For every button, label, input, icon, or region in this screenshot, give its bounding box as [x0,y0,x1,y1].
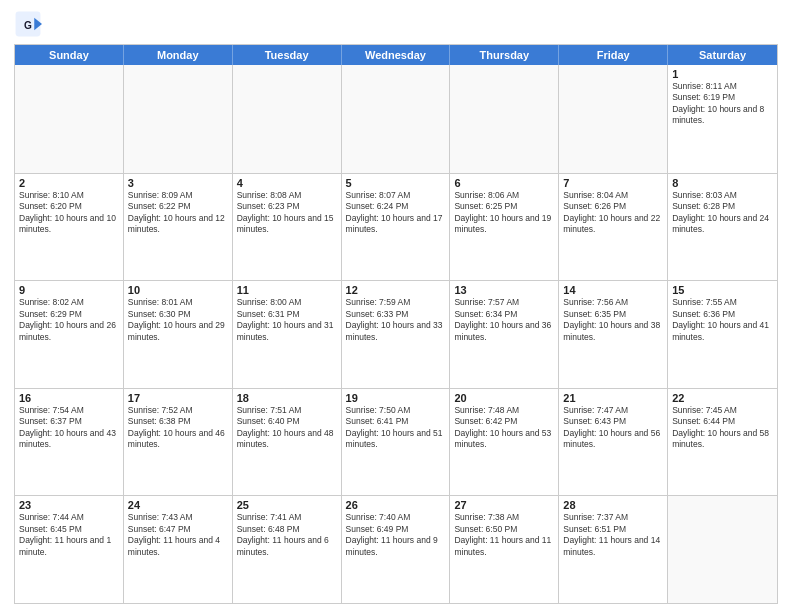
calendar-cell: 18Sunrise: 7:51 AM Sunset: 6:40 PM Dayli… [233,389,342,496]
calendar: SundayMondayTuesdayWednesdayThursdayFrid… [14,44,778,604]
calendar-week: 2Sunrise: 8:10 AM Sunset: 6:20 PM Daylig… [15,173,777,281]
calendar-header-cell: Monday [124,45,233,65]
day-number: 19 [346,392,446,404]
cell-info: Sunrise: 7:40 AM Sunset: 6:49 PM Dayligh… [346,512,446,558]
calendar-cell: 1Sunrise: 8:11 AM Sunset: 6:19 PM Daylig… [668,65,777,173]
calendar-header-cell: Tuesday [233,45,342,65]
calendar-cell [342,65,451,173]
day-number: 24 [128,499,228,511]
calendar-cell [559,65,668,173]
cell-info: Sunrise: 8:09 AM Sunset: 6:22 PM Dayligh… [128,190,228,236]
day-number: 14 [563,284,663,296]
day-number: 16 [19,392,119,404]
calendar-cell: 25Sunrise: 7:41 AM Sunset: 6:48 PM Dayli… [233,496,342,603]
cell-info: Sunrise: 8:01 AM Sunset: 6:30 PM Dayligh… [128,297,228,343]
calendar-cell: 11Sunrise: 8:00 AM Sunset: 6:31 PM Dayli… [233,281,342,388]
cell-info: Sunrise: 7:51 AM Sunset: 6:40 PM Dayligh… [237,405,337,451]
calendar-cell: 7Sunrise: 8:04 AM Sunset: 6:26 PM Daylig… [559,174,668,281]
calendar-cell: 19Sunrise: 7:50 AM Sunset: 6:41 PM Dayli… [342,389,451,496]
calendar-week: 23Sunrise: 7:44 AM Sunset: 6:45 PM Dayli… [15,495,777,603]
day-number: 18 [237,392,337,404]
cell-info: Sunrise: 7:57 AM Sunset: 6:34 PM Dayligh… [454,297,554,343]
cell-info: Sunrise: 7:50 AM Sunset: 6:41 PM Dayligh… [346,405,446,451]
cell-info: Sunrise: 7:48 AM Sunset: 6:42 PM Dayligh… [454,405,554,451]
calendar-week: 1Sunrise: 8:11 AM Sunset: 6:19 PM Daylig… [15,65,777,173]
calendar-header-cell: Thursday [450,45,559,65]
day-number: 26 [346,499,446,511]
calendar-cell: 14Sunrise: 7:56 AM Sunset: 6:35 PM Dayli… [559,281,668,388]
day-number: 21 [563,392,663,404]
cell-info: Sunrise: 8:10 AM Sunset: 6:20 PM Dayligh… [19,190,119,236]
cell-info: Sunrise: 8:06 AM Sunset: 6:25 PM Dayligh… [454,190,554,236]
cell-info: Sunrise: 8:07 AM Sunset: 6:24 PM Dayligh… [346,190,446,236]
page: G SundayMondayTuesdayWednesdayThursdayFr… [0,0,792,612]
cell-info: Sunrise: 7:41 AM Sunset: 6:48 PM Dayligh… [237,512,337,558]
calendar-cell [450,65,559,173]
cell-info: Sunrise: 7:52 AM Sunset: 6:38 PM Dayligh… [128,405,228,451]
day-number: 12 [346,284,446,296]
calendar-header-cell: Friday [559,45,668,65]
day-number: 23 [19,499,119,511]
cell-info: Sunrise: 8:00 AM Sunset: 6:31 PM Dayligh… [237,297,337,343]
calendar-cell: 20Sunrise: 7:48 AM Sunset: 6:42 PM Dayli… [450,389,559,496]
cell-info: Sunrise: 7:56 AM Sunset: 6:35 PM Dayligh… [563,297,663,343]
cell-info: Sunrise: 8:04 AM Sunset: 6:26 PM Dayligh… [563,190,663,236]
calendar-cell: 5Sunrise: 8:07 AM Sunset: 6:24 PM Daylig… [342,174,451,281]
day-number: 17 [128,392,228,404]
day-number: 13 [454,284,554,296]
calendar-header-cell: Sunday [15,45,124,65]
calendar-cell: 17Sunrise: 7:52 AM Sunset: 6:38 PM Dayli… [124,389,233,496]
logo-icon: G [14,10,42,38]
calendar-cell: 12Sunrise: 7:59 AM Sunset: 6:33 PM Dayli… [342,281,451,388]
calendar-cell: 22Sunrise: 7:45 AM Sunset: 6:44 PM Dayli… [668,389,777,496]
calendar-cell: 3Sunrise: 8:09 AM Sunset: 6:22 PM Daylig… [124,174,233,281]
calendar-cell: 8Sunrise: 8:03 AM Sunset: 6:28 PM Daylig… [668,174,777,281]
cell-info: Sunrise: 7:37 AM Sunset: 6:51 PM Dayligh… [563,512,663,558]
day-number: 10 [128,284,228,296]
calendar-cell [15,65,124,173]
day-number: 5 [346,177,446,189]
day-number: 2 [19,177,119,189]
cell-info: Sunrise: 7:45 AM Sunset: 6:44 PM Dayligh… [672,405,773,451]
calendar-cell: 16Sunrise: 7:54 AM Sunset: 6:37 PM Dayli… [15,389,124,496]
calendar-cell: 24Sunrise: 7:43 AM Sunset: 6:47 PM Dayli… [124,496,233,603]
cell-info: Sunrise: 7:47 AM Sunset: 6:43 PM Dayligh… [563,405,663,451]
calendar-cell: 4Sunrise: 8:08 AM Sunset: 6:23 PM Daylig… [233,174,342,281]
day-number: 15 [672,284,773,296]
cell-info: Sunrise: 7:38 AM Sunset: 6:50 PM Dayligh… [454,512,554,558]
day-number: 3 [128,177,228,189]
cell-info: Sunrise: 7:44 AM Sunset: 6:45 PM Dayligh… [19,512,119,558]
calendar-header-cell: Saturday [668,45,777,65]
calendar-cell: 2Sunrise: 8:10 AM Sunset: 6:20 PM Daylig… [15,174,124,281]
calendar-cell [124,65,233,173]
calendar-cell: 21Sunrise: 7:47 AM Sunset: 6:43 PM Dayli… [559,389,668,496]
day-number: 9 [19,284,119,296]
svg-text:G: G [24,20,32,31]
calendar-week: 16Sunrise: 7:54 AM Sunset: 6:37 PM Dayli… [15,388,777,496]
day-number: 27 [454,499,554,511]
calendar-header-row: SundayMondayTuesdayWednesdayThursdayFrid… [15,45,777,65]
cell-info: Sunrise: 7:55 AM Sunset: 6:36 PM Dayligh… [672,297,773,343]
cell-info: Sunrise: 7:54 AM Sunset: 6:37 PM Dayligh… [19,405,119,451]
calendar-cell [668,496,777,603]
cell-info: Sunrise: 8:08 AM Sunset: 6:23 PM Dayligh… [237,190,337,236]
calendar-week: 9Sunrise: 8:02 AM Sunset: 6:29 PM Daylig… [15,280,777,388]
day-number: 20 [454,392,554,404]
calendar-cell: 9Sunrise: 8:02 AM Sunset: 6:29 PM Daylig… [15,281,124,388]
header: G [14,10,778,38]
calendar-body: 1Sunrise: 8:11 AM Sunset: 6:19 PM Daylig… [15,65,777,603]
calendar-header-cell: Wednesday [342,45,451,65]
calendar-cell: 10Sunrise: 8:01 AM Sunset: 6:30 PM Dayli… [124,281,233,388]
day-number: 8 [672,177,773,189]
cell-info: Sunrise: 8:02 AM Sunset: 6:29 PM Dayligh… [19,297,119,343]
day-number: 25 [237,499,337,511]
calendar-cell: 26Sunrise: 7:40 AM Sunset: 6:49 PM Dayli… [342,496,451,603]
cell-info: Sunrise: 7:59 AM Sunset: 6:33 PM Dayligh… [346,297,446,343]
day-number: 22 [672,392,773,404]
day-number: 7 [563,177,663,189]
calendar-cell: 15Sunrise: 7:55 AM Sunset: 6:36 PM Dayli… [668,281,777,388]
logo: G [14,10,46,38]
calendar-cell: 6Sunrise: 8:06 AM Sunset: 6:25 PM Daylig… [450,174,559,281]
day-number: 1 [672,68,773,80]
calendar-cell [233,65,342,173]
